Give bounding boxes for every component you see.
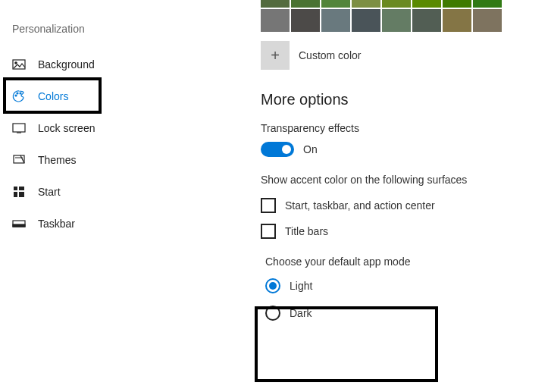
checkbox-label: Title bars — [285, 225, 328, 237]
lockscreen-icon — [12, 121, 26, 135]
sidebar-item-start[interactable]: Start — [0, 176, 152, 208]
swatch-row — [261, 0, 551, 8]
svg-point-4 — [20, 93, 21, 94]
color-swatch[interactable] — [291, 0, 320, 8]
app-mode-light-row: Light — [265, 278, 551, 293]
main-content: + Custom color More options Transparency… — [152, 0, 551, 392]
sidebar-item-label: Lock screen — [38, 122, 95, 134]
palette-icon — [12, 89, 26, 103]
checkbox-start-taskbar[interactable] — [261, 198, 276, 213]
accent-check-row-2: Title bars — [261, 224, 551, 239]
accent-surfaces-label: Show accent color on the following surfa… — [261, 174, 551, 186]
plus-icon: + — [271, 47, 280, 64]
radio-label: Dark — [290, 307, 312, 319]
svg-rect-9 — [14, 192, 17, 197]
color-swatch[interactable] — [382, 0, 411, 8]
color-swatch-grid — [261, 0, 551, 32]
transparency-toggle-row: On — [261, 142, 551, 157]
checkbox-label: Start, taskbar, and action center — [285, 199, 435, 212]
app-mode-section: Choose your default app mode Light Dark — [261, 256, 551, 321]
color-swatch[interactable] — [443, 0, 471, 8]
sidebar-item-label: Taskbar — [38, 218, 75, 230]
sidebar: Personalization Background Colors Lock s… — [0, 0, 152, 392]
transparency-toggle[interactable] — [261, 142, 294, 157]
checkbox-titlebars[interactable] — [261, 224, 276, 239]
color-swatch[interactable] — [412, 9, 441, 32]
sidebar-item-label: Themes — [38, 154, 77, 166]
svg-rect-10 — [19, 192, 24, 197]
color-swatch[interactable] — [291, 9, 320, 32]
sidebar-item-lockscreen[interactable]: Lock screen — [0, 112, 152, 144]
more-options-heading: More options — [261, 91, 551, 108]
radio-label: Light — [290, 280, 312, 292]
sidebar-item-label: Background — [38, 58, 95, 71]
taskbar-icon — [12, 217, 26, 230]
radio-light[interactable] — [265, 278, 280, 293]
sidebar-item-label: Colors — [38, 90, 68, 102]
svg-point-1 — [15, 62, 17, 64]
sidebar-item-label: Start — [38, 186, 61, 198]
color-swatch[interactable] — [412, 0, 441, 8]
sidebar-item-themes[interactable]: Themes — [0, 144, 152, 176]
color-swatch[interactable] — [321, 0, 350, 8]
custom-color-row: + Custom color — [261, 41, 551, 70]
sidebar-item-background[interactable]: Background — [0, 49, 152, 80]
radio-dark[interactable] — [265, 306, 280, 321]
color-swatch[interactable] — [443, 9, 471, 32]
toggle-thumb — [282, 145, 291, 154]
color-swatch[interactable] — [473, 9, 502, 32]
color-swatch[interactable] — [261, 9, 290, 32]
color-swatch[interactable] — [382, 9, 411, 32]
color-swatch[interactable] — [352, 9, 380, 32]
svg-rect-5 — [13, 124, 25, 132]
svg-rect-12 — [13, 224, 25, 227]
svg-rect-7 — [14, 187, 17, 190]
transparency-state: On — [303, 143, 318, 155]
svg-point-3 — [17, 93, 18, 94]
sidebar-title: Personalization — [0, 23, 152, 35]
color-swatch[interactable] — [321, 9, 350, 32]
svg-point-2 — [15, 95, 17, 96]
app-mode-label: Choose your default app mode — [265, 256, 551, 268]
color-swatch[interactable] — [261, 0, 290, 8]
swatch-row — [261, 9, 551, 32]
accent-check-row-1: Start, taskbar, and action center — [261, 198, 551, 213]
svg-rect-8 — [19, 187, 24, 190]
custom-color-label: Custom color — [299, 49, 361, 61]
themes-icon — [12, 153, 26, 167]
app-mode-dark-row: Dark — [265, 306, 551, 321]
color-swatch[interactable] — [473, 0, 502, 8]
transparency-label: Transparency effects — [261, 122, 551, 134]
sidebar-item-taskbar[interactable]: Taskbar — [0, 208, 152, 240]
sidebar-item-colors[interactable]: Colors — [0, 80, 152, 112]
picture-icon — [12, 58, 26, 71]
color-swatch[interactable] — [352, 0, 380, 8]
custom-color-button[interactable]: + — [261, 41, 290, 70]
start-icon — [12, 185, 26, 199]
